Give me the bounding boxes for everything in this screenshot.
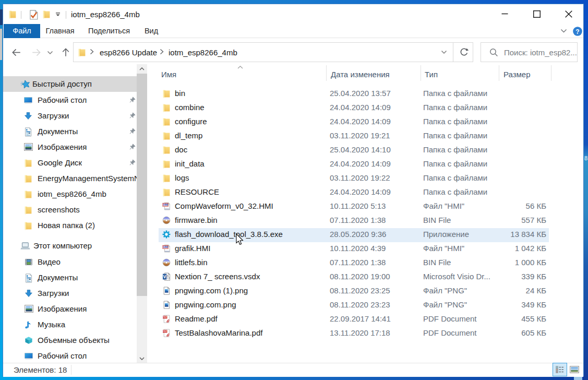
svg-text:HMI: HMI	[163, 203, 169, 206]
svg-text:PDF: PDF	[163, 316, 167, 318]
svg-text:PDF: PDF	[163, 330, 167, 332]
svg-text:?: ?	[575, 28, 579, 35]
svg-text:HMI: HMI	[163, 245, 169, 248]
svg-text:V: V	[163, 274, 166, 279]
